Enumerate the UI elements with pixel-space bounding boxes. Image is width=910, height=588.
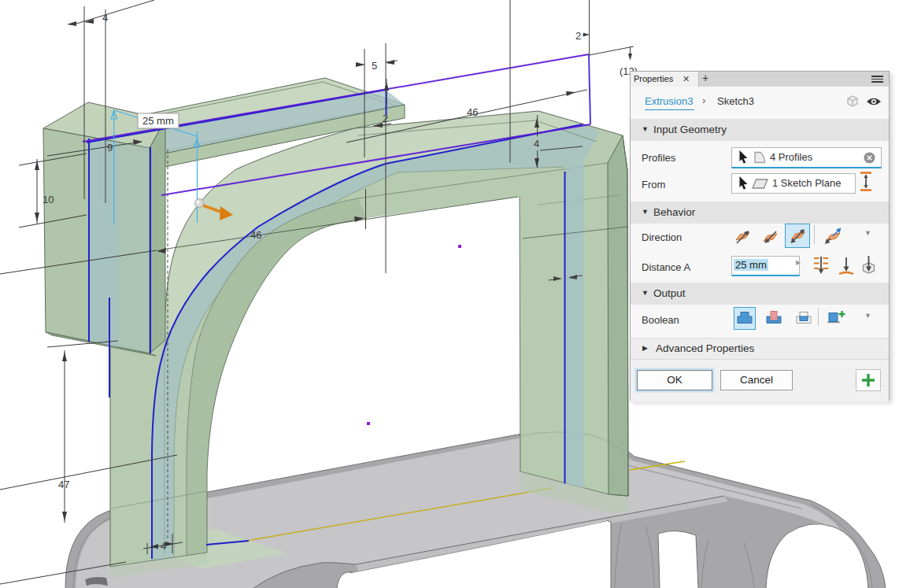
svg-text:47: 47 (58, 479, 69, 490)
svg-text:2: 2 (383, 113, 388, 124)
svg-text:10: 10 (43, 194, 54, 205)
svg-text:2: 2 (575, 30, 581, 42)
svg-text:46: 46 (250, 229, 261, 241)
svg-text:4: 4 (102, 12, 108, 24)
svg-text:5: 5 (372, 60, 377, 72)
svg-text:4: 4 (161, 540, 166, 552)
svg-text:25 mm: 25 mm (142, 115, 174, 127)
svg-text:4: 4 (534, 138, 539, 150)
svg-text:9: 9 (107, 142, 113, 153)
svg-text:46: 46 (467, 106, 478, 118)
